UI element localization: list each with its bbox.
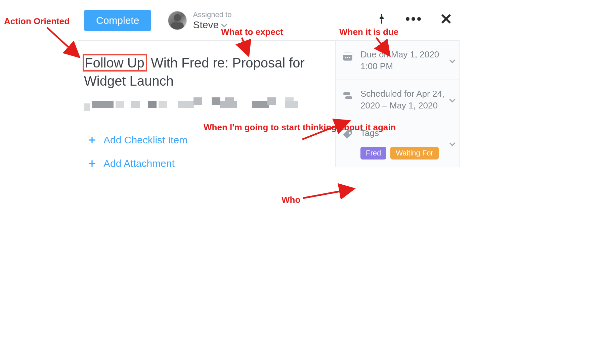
close-button[interactable] [439, 12, 453, 26]
complete-button[interactable]: Complete [84, 10, 151, 31]
due-date-card[interactable]: Due on May 1, 2020 1:00 PM [335, 40, 460, 80]
assignee-avatar [168, 11, 187, 30]
svg-rect-14 [345, 96, 352, 99]
schedule-text: Scheduled for Apr 24, 2020 – May 1, 2020 [360, 88, 453, 111]
assigned-to-label: Assigned to [193, 10, 231, 19]
chevron-down-icon [221, 21, 227, 27]
annotation-when-start: When I'm going to start thinking about i… [204, 122, 396, 133]
tag-waiting-for[interactable]: Waiting For [390, 147, 439, 160]
add-checklist-label: Add Checklist Item [103, 134, 187, 146]
plus-icon [87, 135, 97, 145]
annotation-what-to-expect: What to expect [221, 27, 283, 37]
close-icon [440, 13, 452, 25]
task-sidebar: Due on May 1, 2020 1:00 PM Scheduled for… [335, 40, 460, 167]
annotation-action-oriented: Action Oriented [4, 16, 70, 27]
pin-button[interactable] [375, 12, 388, 26]
chevron-down-icon [449, 140, 455, 146]
svg-point-12 [349, 57, 350, 58]
svg-line-19 [303, 189, 354, 198]
add-checklist-item[interactable]: Add Checklist Item [87, 134, 187, 146]
assignee-name: Steve [193, 19, 219, 31]
annotation-when-due: When it is due [339, 27, 398, 37]
more-button[interactable]: ••• [407, 12, 421, 26]
svg-point-11 [347, 57, 348, 58]
svg-point-0 [174, 14, 181, 21]
header-actions: ••• [375, 12, 453, 26]
svg-rect-9 [343, 53, 352, 55]
task-description-redacted [84, 97, 299, 116]
due-date-text: Due on May 1, 2020 1:00 PM [360, 49, 453, 72]
annotation-who: Who [282, 195, 300, 205]
svg-rect-1 [171, 22, 184, 30]
svg-rect-13 [343, 92, 350, 95]
task-title[interactable]: Follow Up With Fred re: Proposal for Wid… [84, 54, 319, 90]
add-attachment-label: Add Attachment [103, 158, 175, 169]
tag-fred[interactable]: Fred [360, 147, 386, 160]
title-action-verb: Follow Up [83, 54, 147, 72]
add-attachment[interactable]: Add Attachment [87, 158, 175, 169]
svg-point-10 [345, 57, 346, 58]
schedule-card[interactable]: Scheduled for Apr 24, 2020 – May 1, 2020 [335, 80, 460, 119]
pin-icon [376, 13, 388, 25]
plus-icon [87, 159, 97, 168]
calendar-icon [342, 50, 355, 63]
schedule-icon [342, 89, 355, 103]
